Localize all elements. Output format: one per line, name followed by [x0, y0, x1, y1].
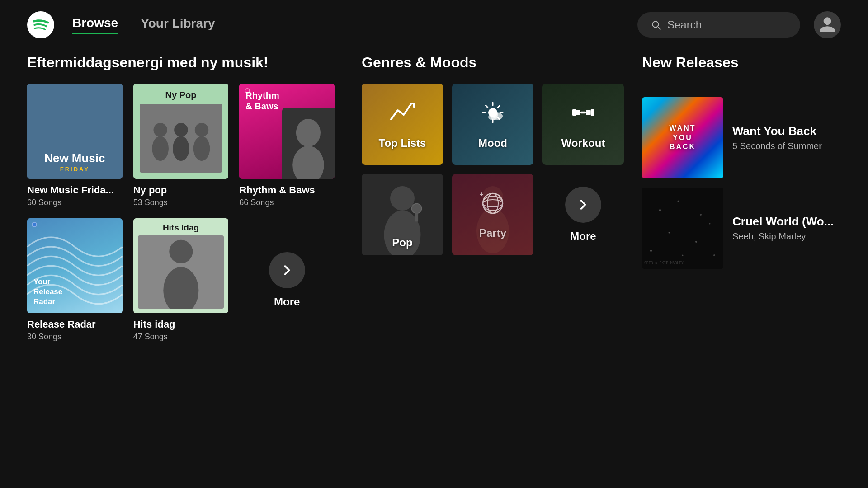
- chevron-right-icon: [279, 262, 295, 278]
- user-avatar[interactable]: [814, 11, 841, 38]
- playlists-more-button[interactable]: More: [239, 218, 335, 342]
- hits-idag-title: Hits Idag: [163, 223, 199, 233]
- svg-point-45: [678, 201, 679, 202]
- svg-point-3: [173, 136, 189, 161]
- release-radar-text: YourReleaseRadar: [33, 277, 62, 307]
- svg-point-21: [491, 111, 498, 118]
- person-silhouette: [138, 235, 224, 309]
- svg-point-48: [695, 241, 697, 243]
- playlist-count: 60 Songs: [27, 198, 123, 207]
- more-circle-genres: [565, 187, 601, 223]
- playlist-count: 47 Songs: [133, 332, 229, 342]
- svg-point-33: [483, 186, 503, 206]
- svg-point-44: [659, 209, 661, 211]
- svg-point-1: [152, 136, 169, 161]
- playlist-new-music-friday[interactable]: New Music FRIDAY New Music Frida... 60 S…: [27, 84, 123, 207]
- more-circle: [269, 252, 305, 288]
- svg-point-46: [700, 214, 702, 216]
- svg-rect-22: [580, 112, 586, 114]
- release-info: Cruel World (Wo... Seeb, Skip Marley: [732, 215, 841, 242]
- playlist-rhythm-baws[interactable]: Rhythm& Baws Rhythm & Baws 66 Songs: [239, 84, 335, 207]
- genre-label: Top Lists: [379, 137, 426, 150]
- chevron-right-icon-genres: [575, 197, 591, 213]
- release-thumb: WANTYOUBACK: [642, 97, 723, 178]
- svg-rect-24: [576, 110, 581, 115]
- main-content: Eftermiddagsenergi med ny musik! New Mus…: [0, 50, 868, 342]
- playlist-ny-pop[interactable]: Ny Pop: [133, 84, 229, 207]
- user-icon: [818, 16, 836, 34]
- svg-point-6: [194, 123, 208, 136]
- svg-line-16: [486, 106, 488, 108]
- svg-text:SEEB × SKIP MARLEY: SEEB × SKIP MARLEY: [644, 261, 684, 265]
- svg-point-28: [390, 186, 415, 211]
- svg-rect-23: [572, 109, 576, 116]
- svg-point-47: [669, 232, 670, 234]
- genre-pop[interactable]: Pop: [362, 174, 443, 255]
- release-item-cruel-world[interactable]: SEEB × SKIP MARLEY Cruel World (Wo... Se…: [642, 188, 841, 269]
- genre-top-lists[interactable]: Top Lists: [362, 84, 443, 165]
- playlist-hits-idag[interactable]: Hits Idag Hits idag 47 Songs: [133, 218, 229, 342]
- svg-point-9: [169, 239, 193, 263]
- svg-point-50: [650, 250, 652, 252]
- genres-more-button[interactable]: More: [542, 174, 624, 255]
- main-nav: Browse Your Library: [72, 16, 637, 34]
- playlist-name: Rhythm & Baws: [239, 184, 335, 196]
- release-artist: 5 Seconds of Summer: [732, 141, 841, 151]
- genre-mood[interactable]: Mood: [452, 84, 533, 165]
- playlists-grid: New Music FRIDAY New Music Frida... 60 S…: [27, 84, 335, 342]
- genre-workout[interactable]: Workout: [542, 84, 624, 165]
- svg-point-52: [713, 254, 715, 256]
- search-label: Search: [667, 19, 702, 31]
- playlist-name: Release Radar: [27, 319, 123, 330]
- header-right: Search: [637, 11, 841, 38]
- svg-rect-43: [642, 188, 723, 269]
- search-bar[interactable]: Search: [637, 12, 800, 38]
- release-thumb: SEEB × SKIP MARLEY: [642, 188, 723, 269]
- woman-silhouette: [282, 108, 335, 179]
- genre-party[interactable]: Party: [452, 174, 533, 255]
- svg-rect-26: [586, 110, 591, 115]
- svg-point-30: [412, 204, 422, 214]
- genre-label: Mood: [478, 137, 507, 150]
- genre-label: Workout: [561, 137, 605, 150]
- svg-point-49: [709, 223, 711, 225]
- top-lists-icon: [389, 99, 416, 131]
- workout-icon: [570, 99, 597, 131]
- release-info: Want You Back 5 Seconds of Summer: [732, 124, 841, 151]
- svg-point-2: [153, 123, 167, 136]
- release-item-want-you-back[interactable]: WANTYOUBACK Want You Back 5 Seconds of S…: [642, 97, 841, 178]
- new-releases-section: New Releases WANTYOUBACK Want You Back 5…: [642, 54, 841, 342]
- more-label: More: [274, 296, 300, 308]
- playlist-name: New Music Frida...: [27, 184, 123, 196]
- svg-point-51: [682, 255, 684, 256]
- nav-browse[interactable]: Browse: [72, 16, 118, 34]
- spotify-logo[interactable]: [27, 11, 54, 38]
- svg-line-18: [498, 106, 500, 108]
- release-title: Cruel World (Wo...: [732, 215, 841, 229]
- want-you-back-art-text: WANTYOUBACK: [669, 124, 696, 152]
- playlist-count: 66 Songs: [239, 198, 335, 207]
- new-releases-title: New Releases: [642, 54, 841, 71]
- genres-grid: Top Lists: [362, 84, 624, 255]
- new-music-text: New Music: [44, 152, 105, 165]
- nav-your-library[interactable]: Your Library: [141, 16, 215, 33]
- mood-icon: [479, 99, 506, 131]
- svg-point-8: [292, 145, 324, 178]
- svg-rect-25: [591, 109, 594, 116]
- genres-section: Genres & Moods Top Lists: [362, 54, 624, 342]
- release-title: Want You Back: [732, 124, 841, 138]
- svg-point-7: [296, 119, 321, 147]
- rhythm-text: Rhythm& Baws: [245, 90, 328, 112]
- playlist-release-radar[interactable]: YourReleaseRadar Release Radar 30 Songs: [27, 218, 123, 342]
- playlist-name: Hits idag: [133, 319, 229, 330]
- svg-point-4: [174, 123, 188, 136]
- header: Browse Your Library Search: [0, 0, 868, 50]
- featured-section: Eftermiddagsenergi med ny musik! New Mus…: [27, 54, 335, 342]
- playlist-count: 30 Songs: [27, 332, 123, 342]
- party-bg: [452, 174, 533, 255]
- search-icon: [650, 19, 662, 31]
- genre-label: Pop: [392, 236, 412, 249]
- new-releases-list: WANTYOUBACK Want You Back 5 Seconds of S…: [642, 97, 841, 269]
- cruel-world-art: SEEB × SKIP MARLEY: [642, 188, 723, 269]
- genres-more-label: More: [570, 230, 596, 243]
